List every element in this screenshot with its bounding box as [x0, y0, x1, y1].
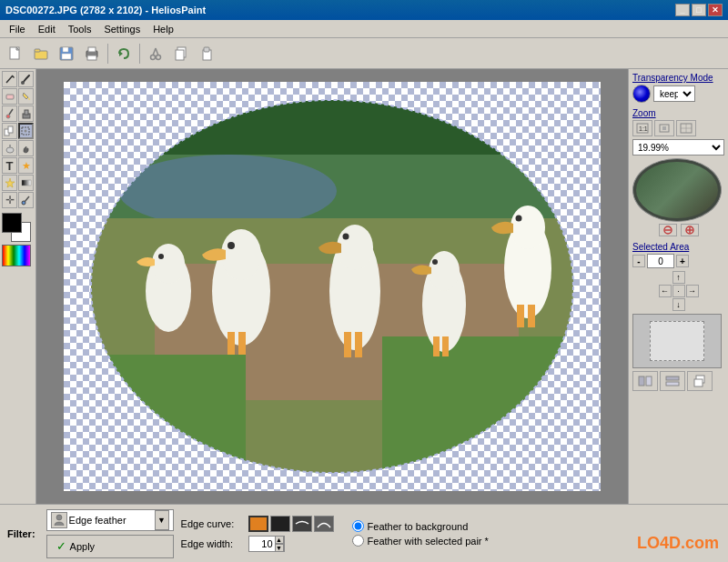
tool-burn[interactable]: [18, 140, 34, 156]
foreground-color-swatch[interactable]: [2, 213, 22, 233]
menu-tools[interactable]: Tools: [63, 23, 97, 35]
minimize-button[interactable]: _: [675, 4, 690, 16]
radio-feather-pair[interactable]: [352, 535, 364, 547]
tool-row-2: [2, 88, 34, 105]
save-button[interactable]: [55, 42, 78, 65]
curve-btn-2[interactable]: [270, 516, 290, 532]
svg-rect-7: [88, 47, 96, 52]
sa-arrow-right[interactable]: →: [686, 285, 699, 297]
sa-arrow-center[interactable]: ·: [672, 285, 685, 297]
sa-arrow-up[interactable]: ↑: [672, 271, 685, 284]
paste-button[interactable]: [195, 42, 218, 65]
check-icon: ✓: [56, 539, 66, 553]
svg-rect-5: [62, 54, 71, 59]
sa-arrow-left[interactable]: ←: [659, 285, 672, 297]
tool-pencil[interactable]: [2, 71, 17, 87]
radio-feather-bg[interactable]: [352, 520, 364, 532]
tool-clone[interactable]: [2, 123, 17, 139]
tool-dodge[interactable]: [2, 140, 17, 156]
svg-rect-51: [238, 332, 246, 355]
toolbox: T ★ ✛: [0, 69, 36, 504]
svg-point-10: [151, 55, 156, 59]
tool-row-7: [2, 175, 34, 191]
menu-help[interactable]: Help: [147, 23, 179, 35]
svg-line-18: [6, 75, 13, 83]
radio-row-1: Feather to background: [352, 520, 489, 532]
color-swatch-area: [2, 213, 34, 242]
tool-fill[interactable]: [18, 88, 34, 105]
tool-move[interactable]: ✛: [2, 192, 17, 208]
tool-transform[interactable]: [18, 123, 34, 139]
color-palette-swatch[interactable]: [2, 213, 31, 242]
zoom-fit-btn[interactable]: 1:1: [632, 120, 652, 136]
tool-eraser[interactable]: [2, 88, 17, 105]
canvas-scene[interactable]: [64, 82, 601, 491]
zoom-minus-btn[interactable]: [659, 224, 677, 236]
svg-rect-80: [639, 376, 644, 386]
edge-width-row: Edge width: 10 ▲ ▼: [181, 536, 334, 552]
menu-settings[interactable]: Settings: [98, 23, 146, 35]
window-title: DSC00272.JPG (2782 x 2102) - HeliosPaint: [5, 5, 206, 15]
menu-edit[interactable]: Edit: [33, 23, 61, 35]
edge-width-input-container: 10 ▲ ▼: [248, 536, 285, 552]
canvas-container: [64, 82, 601, 491]
sa-plus-btn[interactable]: +: [676, 255, 689, 267]
edge-width-up[interactable]: ▲: [275, 536, 284, 544]
filter-label: Filter:: [7, 528, 35, 539]
cut-button[interactable]: [144, 42, 167, 65]
filter-select-container[interactable]: Edge feather ▼: [46, 509, 174, 531]
curve-btn-1[interactable]: [248, 516, 268, 532]
maximize-button[interactable]: □: [692, 4, 706, 16]
sa-preview: [632, 314, 722, 368]
menu-file[interactable]: File: [4, 23, 31, 35]
svg-rect-15: [176, 50, 184, 60]
zoom-fit-page-btn[interactable]: [654, 120, 674, 136]
tool-gradient-tool[interactable]: [18, 175, 34, 191]
filter-bar: Filter: Edge feather ▼ ✓ Apply Edge curv…: [0, 504, 728, 562]
edge-width-down[interactable]: ▼: [275, 544, 284, 552]
tool-stamp[interactable]: [18, 105, 34, 122]
svg-point-30: [6, 147, 14, 153]
copy-button[interactable]: [169, 42, 193, 65]
svg-point-54: [343, 234, 349, 240]
canvas-area: [36, 69, 628, 504]
transparency-dropdown[interactable]: keep blend none: [653, 85, 695, 102]
print-button[interactable]: [80, 42, 104, 65]
svg-rect-66: [528, 305, 535, 327]
svg-text:1:1: 1:1: [639, 125, 648, 132]
svg-rect-8: [87, 55, 96, 60]
tool-text[interactable]: T: [2, 157, 17, 174]
sa-flip-v-btn[interactable]: [660, 371, 685, 391]
tool-eyedropper[interactable]: [2, 105, 17, 122]
tool-brush[interactable]: [18, 71, 34, 87]
sa-copy-btn[interactable]: [687, 371, 713, 391]
zoom-grid-btn[interactable]: [676, 120, 696, 136]
apply-button[interactable]: ✓ Apply: [46, 535, 174, 558]
svg-rect-60: [433, 336, 440, 356]
open-button[interactable]: [29, 42, 53, 65]
edge-width-input[interactable]: 10: [249, 538, 275, 549]
sa-controls: - 0 +: [632, 254, 724, 268]
tool-row-3: [2, 105, 34, 122]
tool-row-8: ✛: [2, 192, 34, 208]
gradient-tool-bar[interactable]: [2, 245, 31, 266]
curve-btn-4[interactable]: [314, 516, 334, 532]
sa-value-input[interactable]: 0: [647, 254, 674, 268]
new-button[interactable]: [4, 42, 27, 65]
zoom-plus-btn[interactable]: [681, 224, 699, 236]
close-button[interactable]: ✕: [708, 4, 723, 16]
tool-magic-wand[interactable]: [2, 175, 17, 191]
sa-minus-btn[interactable]: -: [632, 255, 645, 267]
sa-flip-h-btn[interactable]: [632, 371, 658, 391]
tool-eyedropper2[interactable]: [18, 192, 34, 208]
tool-star[interactable]: ★: [18, 157, 34, 174]
filter-select-arrow[interactable]: ▼: [155, 510, 169, 530]
watermark-suffix: D.com: [669, 534, 719, 552]
zoom-dropdown[interactable]: 19.99% 25% 50% 100%: [632, 139, 724, 156]
edge-width-label: Edge width:: [181, 538, 245, 549]
undo-button[interactable]: [112, 42, 136, 65]
svg-point-29: [25, 130, 27, 133]
svg-point-53: [337, 225, 373, 270]
sa-arrow-down[interactable]: ↓: [672, 298, 685, 311]
curve-btn-3[interactable]: [292, 516, 312, 532]
